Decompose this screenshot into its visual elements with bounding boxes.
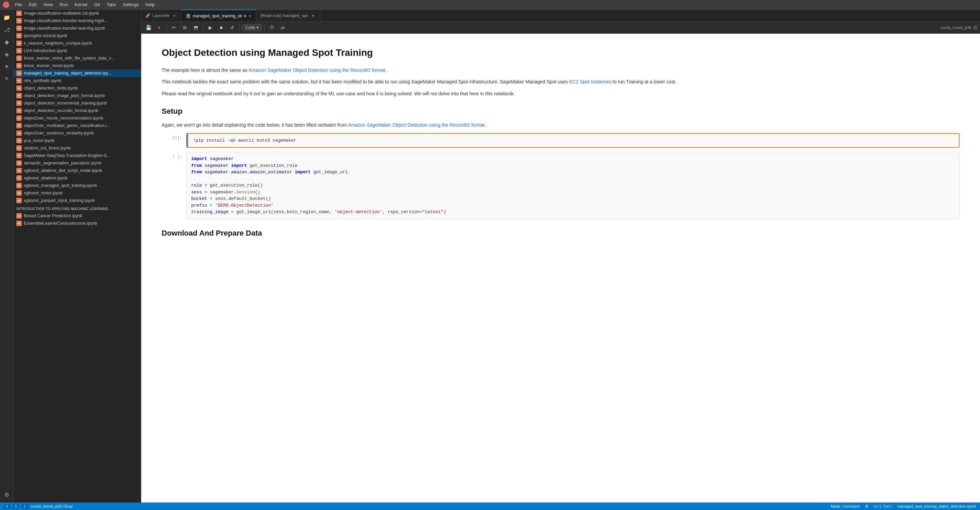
sidebar-git-icon[interactable]: ⎇	[2, 24, 12, 35]
menu-run[interactable]: Run	[57, 2, 70, 8]
file-item-11[interactable]: object_detection_image_json_format.ipynb	[14, 92, 141, 99]
code-cell-1: [*]: !pip install -qU awscli boto3 sagem…	[162, 133, 959, 148]
sidebar-folder-icon[interactable]: 📁	[2, 12, 12, 22]
file-name: xgboost_abalone_dist_script_mode.ipynb	[24, 168, 102, 173]
file-item-21[interactable]: xgboost_abalone_dist_script_mode.ipynb	[14, 167, 141, 174]
menu-edit[interactable]: Edit	[26, 2, 39, 8]
notebook-tab-label: managed_spot_training_ob	[192, 14, 242, 18]
menu-git[interactable]: Git	[92, 2, 103, 8]
file-item-22[interactable]: xgboost_abalone.ipynb	[14, 174, 141, 182]
amazon-object-detection-link-1[interactable]: Amazon SageMaker Object Detection using …	[248, 67, 385, 73]
file-item-24[interactable]: xgboost_mnist.ipynb	[14, 189, 141, 197]
file-item-s1[interactable]: Breast Cancer Prediction.ipynb	[14, 212, 141, 220]
save-button[interactable]: 💾	[144, 23, 153, 32]
file-item-16[interactable]: object2vec_sentence_similarity.ipynb	[14, 129, 141, 137]
cell-code-2[interactable]: import sagemaker from sagemaker import g…	[186, 152, 959, 219]
menu-help[interactable]: Help	[143, 2, 158, 8]
kernel-label: conda_mxnet_p36	[940, 26, 971, 30]
menu-kernel[interactable]: Kernel	[72, 2, 90, 8]
add-cell-button[interactable]: +	[155, 23, 164, 32]
file-name: linear_learner_mnist.ipynb	[24, 63, 74, 68]
sidebar-list-icon[interactable]: ≡	[2, 73, 12, 84]
file-notebook-icon	[16, 221, 22, 226]
sidebar-paint-icon[interactable]: ✦	[2, 61, 12, 72]
file-name: xgboost_managed_spot_training.ipynb	[24, 183, 97, 188]
file-item-7[interactable]: linear_learner_mnist.ipynb	[14, 62, 141, 69]
ec2-spot-instances-link[interactable]: EC2 Spot Instances	[569, 79, 611, 84]
file-item-1[interactable]: Image-classification-transfer-learning-h…	[14, 17, 141, 24]
toolbar-separator-3	[239, 24, 240, 31]
code-role-line: role = get_execution_role()	[191, 182, 955, 189]
notebook-tab-close[interactable]: ×	[248, 13, 252, 19]
menu-tabs[interactable]: Tabs	[104, 2, 118, 8]
file-item-0[interactable]: Image-classification-multilabel-1st.ipyn…	[14, 10, 141, 17]
sidebar-settings-icon[interactable]: ⚙	[2, 489, 12, 500]
file-item-14[interactable]: object2vec_movie_recommendation.ipynb	[14, 115, 141, 122]
amazon-object-detection-link-2[interactable]: Amazon SageMaker Object Detection using …	[348, 122, 485, 128]
run-button[interactable]: ▶	[206, 23, 215, 32]
cut-button[interactable]: ✂	[169, 23, 178, 32]
file-notebook-icon	[16, 86, 22, 91]
copy-button[interactable]: ⧉	[180, 23, 189, 32]
file-item-18[interactable]: random_cut_forest.ipynb	[14, 144, 141, 152]
clock-icon[interactable]: ⏱	[267, 23, 276, 32]
stop-button[interactable]: ■	[217, 23, 226, 32]
intro-paragraph-1: The example here is almost the same as A…	[162, 66, 959, 74]
setup-heading: Setup	[162, 107, 959, 116]
file-item-20[interactable]: semantic_segmentation_pascalvoc.ipynb	[14, 159, 141, 167]
file-item-5[interactable]: LDA-Introduction.ipynb	[14, 47, 141, 54]
file-item-3[interactable]: ipinsights-tutorial.ipynb	[14, 32, 141, 40]
file-name: object2vec_multilabel_genre_classificati…	[24, 123, 110, 128]
file-item-17[interactable]: pca_mnist.ipynb	[14, 137, 141, 144]
file-notebook-icon	[16, 115, 22, 121]
sidebar-tools-icon[interactable]: ◆	[2, 37, 12, 47]
file-item-9[interactable]: ntm_synthetic.ipynb	[14, 77, 141, 84]
code-bucket-line: bucket = sess.default_bucket()	[191, 195, 955, 202]
sidebar-palette-icon[interactable]: ◈	[2, 49, 12, 59]
file-name: random_cut_forest.ipynb	[24, 146, 71, 150]
tab-readonly[interactable]: [Read-only] managed_spo ×	[256, 10, 320, 21]
launcher-tab-close[interactable]: ×	[172, 13, 177, 18]
notebook-content: Object Detection using Managed Spot Trai…	[141, 34, 980, 502]
status-one: 1	[22, 504, 28, 508]
intro-paragraph-2: This notebook tackles the exact same pro…	[162, 78, 959, 86]
tab-managed-spot[interactable]: 📓 managed_spot_training_ob ×	[181, 10, 256, 21]
paste-button[interactable]: ⬒	[191, 23, 200, 32]
readonly-tab-close[interactable]: ×	[310, 13, 316, 18]
menu-file[interactable]: File	[12, 2, 25, 8]
file-item-12[interactable]: object_detection_incremental_training.ip…	[14, 99, 141, 107]
file-item-19[interactable]: SageMaker-Seq2Seq-Translation-English-G.…	[14, 152, 141, 159]
tab-bar: 🚀 Launcher × 📓 managed_spot_training_ob …	[141, 10, 980, 22]
file-item-2[interactable]: Image-classification-transfer-learning.i…	[14, 24, 141, 32]
download-heading: Download And Prepare Data	[162, 229, 959, 237]
file-name: object_detection_recordio_format.ipynb	[24, 108, 98, 113]
menu-view[interactable]: View	[40, 2, 56, 8]
file-item-10[interactable]: object_detection_birds.ipynb	[14, 84, 141, 92]
restart-button[interactable]: ↺	[228, 23, 237, 32]
file-notebook-icon	[16, 138, 22, 143]
file-item-23[interactable]: xgboost_managed_spot_training.ipynb	[14, 182, 141, 189]
cell-type-dropdown[interactable]: Code ▾	[242, 24, 262, 31]
file-item-8[interactable]: managed_spot_training_object_detection.i…	[14, 69, 141, 77]
file-panel: Image-classification-multilabel-1st.ipyn…	[14, 10, 141, 502]
file-item-s2[interactable]: EnsembleLearnerCensusIncome.ipynb	[14, 220, 141, 227]
code-import-line: import sagemaker	[191, 156, 955, 163]
file-name: xgboost_mnist.ipynb	[24, 191, 63, 195]
cell-body-1[interactable]: !pip install -qU awscli boto3 sagemaker	[186, 133, 959, 148]
file-notebook-icon	[16, 131, 22, 136]
menu-settings[interactable]: Settings	[120, 2, 142, 8]
launcher-tab-label: Launcher	[153, 13, 169, 18]
tab-launcher[interactable]: 🚀 Launcher ×	[141, 10, 181, 21]
file-item-25[interactable]: xgboost_parquet_input_training.ipynb	[14, 197, 141, 204]
git-button[interactable]: git	[278, 23, 287, 32]
file-item-13[interactable]: object_detection_recordio_format.ipynb	[14, 107, 141, 115]
cell-code-1[interactable]: !pip install -qU awscli boto3 sagemaker	[188, 134, 959, 147]
settings-icon: ⚙	[865, 504, 869, 508]
file-item-15[interactable]: object2vec_multilabel_genre_classificati…	[14, 122, 141, 129]
content-area: 🚀 Launcher × 📓 managed_spot_training_ob …	[141, 10, 980, 502]
toolbar-separator-1	[166, 24, 167, 31]
file-notebook-icon	[16, 168, 22, 173]
cell-body-2[interactable]: import sagemaker from sagemaker import g…	[186, 152, 959, 219]
file-item-4[interactable]: k_nearest_neighbors_covtype.ipynb	[14, 40, 141, 47]
file-item-6[interactable]: linear_learner_mnist_with_file_system_da…	[14, 54, 141, 62]
